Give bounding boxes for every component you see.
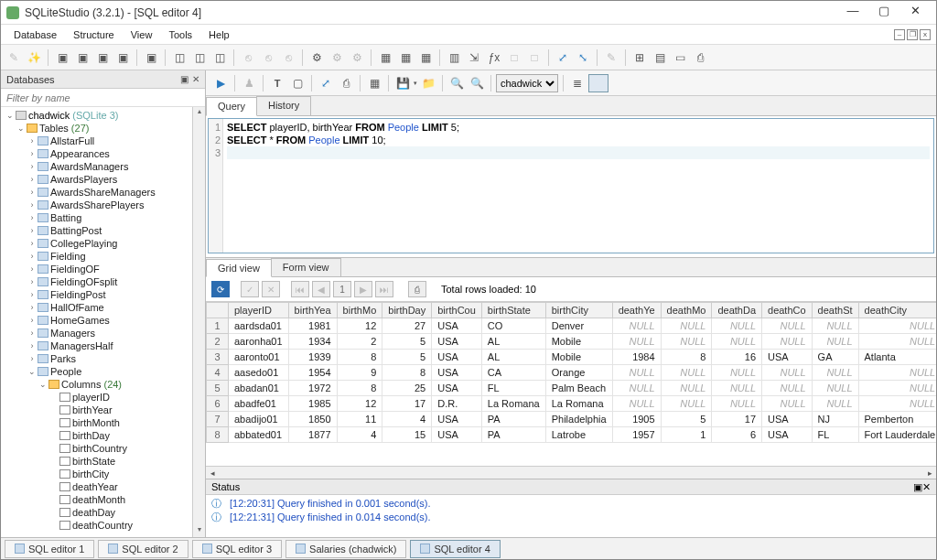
tree-item[interactable]: ›FieldingOFsplit <box>5 275 190 288</box>
tab-history[interactable]: History <box>256 96 311 115</box>
cell[interactable]: Latrobe <box>545 427 612 443</box>
tree-item[interactable]: ⌄People <box>5 365 190 378</box>
cell[interactable]: NJ <box>812 412 858 427</box>
cell[interactable]: Fort Lauderdale <box>858 427 936 443</box>
tree-item[interactable]: ›Appearances <box>5 147 190 160</box>
cell[interactable]: PA <box>481 412 545 427</box>
cell[interactable]: NULL <box>762 365 813 381</box>
column-header[interactable]: playerID <box>229 303 289 318</box>
cell[interactable]: La Romana <box>481 396 545 412</box>
cell[interactable]: Pemberton <box>858 412 936 427</box>
cell[interactable]: NULL <box>858 365 936 381</box>
tree-item[interactable]: ›Managers <box>5 327 190 339</box>
tool-gear-icon[interactable]: ⚙ <box>307 48 326 67</box>
cell[interactable]: NULL <box>661 365 712 381</box>
document-tab[interactable]: SQL editor 3 <box>192 540 282 558</box>
tree-item[interactable]: birthDay <box>5 429 190 442</box>
execute-query-button[interactable]: ▶ <box>211 74 230 92</box>
cell[interactable]: 1972 <box>288 381 337 396</box>
cell[interactable]: USA <box>432 318 482 334</box>
document-tab[interactable]: SQL editor 1 <box>5 540 94 558</box>
cell[interactable]: AL <box>481 334 545 350</box>
cell[interactable]: 17 <box>712 412 762 427</box>
zoom-out-icon[interactable]: 🔍 <box>468 74 486 92</box>
cell[interactable]: NULL <box>661 381 712 396</box>
column-header[interactable]: deathDa <box>712 303 762 318</box>
document-tab[interactable]: SQL editor 4 <box>410 540 500 558</box>
bold-t-icon[interactable]: T <box>268 74 286 92</box>
grid-hscrollbar[interactable]: ◂▸ <box>206 466 936 479</box>
tool-expand2-icon[interactable]: ⤡ <box>574 48 592 67</box>
cell[interactable]: 1877 <box>288 427 337 443</box>
tool-fx-icon[interactable]: ƒx <box>485 48 503 67</box>
open-icon[interactable]: ▦ <box>365 74 383 92</box>
results-grid-wrapper[interactable]: playerIDbirthYeabirthMobirthDaybirthCoub… <box>206 301 936 466</box>
cell[interactable]: NULL <box>762 334 813 350</box>
cell[interactable]: Philadelphia <box>545 412 612 427</box>
document-tab[interactable]: Salaries (chadwick) <box>285 540 406 558</box>
tool-layout2-icon[interactable]: ▤ <box>651 48 669 67</box>
tree-item[interactable]: birthMonth <box>5 416 190 429</box>
tool-gear2-icon[interactable]: ⚙ <box>328 48 346 67</box>
tool-link3-icon[interactable]: ⎋ <box>279 48 297 67</box>
tree-item[interactable]: birthYear <box>5 404 190 416</box>
table-row[interactable]: 8abbated011877415USAPALatrobe195716USAFL… <box>207 427 937 443</box>
tool-db4-icon[interactable]: ▣ <box>113 48 132 67</box>
tree-item[interactable]: ›AwardsPlayers <box>5 173 190 186</box>
column-header[interactable]: birthState <box>481 303 545 318</box>
cell[interactable]: abadan01 <box>229 381 289 396</box>
cell[interactable]: CA <box>481 365 545 381</box>
tool-layout4-icon[interactable]: ⎙ <box>691 48 709 67</box>
tree-item[interactable]: ›AwardsManagers <box>5 160 190 173</box>
status-log[interactable]: ⓘ [12:20:31] Query finished in 0.001 sec… <box>206 495 936 537</box>
tool-link2-icon[interactable]: ⎋ <box>259 48 277 67</box>
tab-grid-view[interactable]: Grid view <box>206 259 272 277</box>
status-float-icon[interactable]: ▣ <box>913 481 922 493</box>
cell[interactable]: USA <box>762 412 813 427</box>
cell[interactable]: 12 <box>337 318 382 334</box>
cell[interactable]: La Romana <box>545 396 612 412</box>
cell[interactable]: 1905 <box>612 412 661 427</box>
cell[interactable]: abbated01 <box>229 427 289 443</box>
cell[interactable]: Mobile <box>545 334 612 350</box>
menu-database[interactable]: Database <box>6 27 64 42</box>
tree-item[interactable]: ›CollegePlaying <box>5 237 190 250</box>
tree-scrollbar[interactable]: ▴▾ <box>192 107 205 537</box>
tool-layout3-icon[interactable]: ▭ <box>671 48 689 67</box>
layout-list-icon[interactable]: ≣ <box>568 74 587 92</box>
table-row[interactable]: 7abadijo011850114USAPAPhiladelphia190551… <box>207 412 937 427</box>
tree-item[interactable]: ⌄Tables (27) <box>5 122 190 135</box>
cell[interactable]: 9 <box>337 365 382 381</box>
cell[interactable]: NULL <box>712 396 762 412</box>
tree-item[interactable]: deathCountry <box>5 519 190 532</box>
minimize-button[interactable]: — <box>837 4 868 22</box>
cell[interactable]: NULL <box>762 318 813 334</box>
tree-item[interactable]: birthCity <box>5 468 190 480</box>
table-row[interactable]: 1aardsda0119811227USACODenverNULLNULLNUL… <box>207 318 937 334</box>
cell[interactable]: USA <box>432 365 482 381</box>
cell[interactable]: 8 <box>382 365 432 381</box>
tab-form-view[interactable]: Form view <box>271 258 341 276</box>
cell[interactable]: NULL <box>812 334 858 350</box>
cell[interactable]: FL <box>812 427 858 443</box>
tool-sheet1-icon[interactable]: ▦ <box>376 48 394 67</box>
table-row[interactable]: 3aaronto01193985USAALMobile1984816USAGAA… <box>207 350 937 365</box>
cell[interactable]: FL <box>481 381 545 396</box>
column-header[interactable]: birthYea <box>288 303 337 318</box>
cell[interactable]: USA <box>762 350 813 365</box>
tool-sheet2-icon[interactable]: ▦ <box>396 48 415 67</box>
cell[interactable]: USA <box>432 334 482 350</box>
tree-item[interactable]: ›Fielding <box>5 250 190 263</box>
tree-item[interactable]: ›AwardsSharePlayers <box>5 199 190 211</box>
grid-commit-icon[interactable]: ✓ <box>241 281 259 297</box>
cell[interactable]: GA <box>812 350 858 365</box>
print-icon[interactable]: ⎙ <box>337 74 355 92</box>
cell[interactable]: D.R. <box>432 396 482 412</box>
cell[interactable]: NULL <box>858 381 936 396</box>
column-header[interactable]: birthCity <box>545 303 612 318</box>
mdi-restore-icon[interactable]: ❐ <box>907 29 918 40</box>
cell[interactable]: aasedo01 <box>229 365 289 381</box>
document-tab[interactable]: SQL editor 2 <box>98 540 188 558</box>
cell[interactable]: 17 <box>382 396 432 412</box>
cell[interactable]: 15 <box>382 427 432 443</box>
